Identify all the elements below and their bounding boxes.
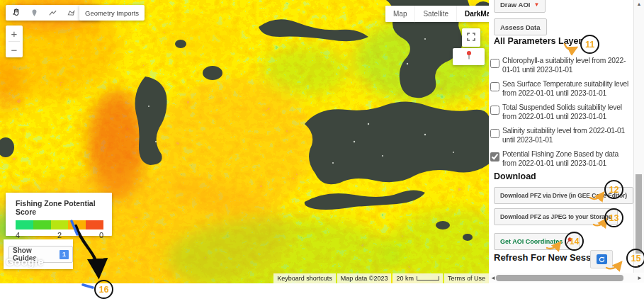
zoom-in-button[interactable]: +: [6, 26, 23, 41]
map-type-control: Map Satellite DarkMap: [385, 6, 489, 22]
all-parameters-heading: All Parameters Layer: [494, 36, 582, 46]
vertical-scroll-thumb[interactable]: [635, 174, 642, 254]
layer-checkbox[interactable]: [490, 59, 499, 68]
legend-tick: 0: [99, 231, 103, 239]
download-pfz-jpeg-button[interactable]: Download PFZ as JPEG to your Storage: [494, 208, 618, 225]
layer-checkbox[interactable]: [490, 129, 499, 138]
vertical-scrollbar[interactable]: ▲ ▼: [633, 0, 644, 273]
refresh-session-button[interactable]: [590, 250, 613, 268]
layer-label: Sea Surface Temperature suitability leve…: [502, 80, 631, 98]
refresh-session-heading: Refresh For New Session: [494, 252, 605, 263]
annotation-circle-11: 11: [580, 35, 599, 54]
legend-segment: [51, 220, 69, 230]
layer-list: Chlorophyll-a suitability level from 202…: [490, 57, 632, 174]
draw-aoi-label: Draw AOI: [500, 1, 530, 8]
horizontal-scroll-thumb[interactable]: [496, 275, 623, 281]
legend-color-ramp: [16, 220, 103, 230]
attribution-bar: Keyboard shortcuts Map data ©2023 20 km …: [272, 273, 489, 283]
layer-label: Chlorophyll-a suitability level from 202…: [502, 57, 631, 74]
annotation-circle-13: 13: [604, 208, 623, 227]
layer-row-chlorophyll: Chlorophyll-a suitability level from 202…: [490, 57, 632, 74]
assess-data-button[interactable]: Assess Data: [494, 18, 547, 35]
map-data-label: Map data ©2023: [337, 273, 392, 283]
map-canvas[interactable]: Geometry Imports + − Map Satellite DarkM…: [0, 0, 489, 283]
gee-fishing-zone-app: Geometry Imports + − Map Satellite DarkM…: [0, 0, 644, 306]
heatmap-raster: [0, 0, 489, 283]
legend-title: Fishing Zone Potential Score: [16, 199, 112, 216]
annotation-circle-12: 12: [604, 180, 623, 199]
zoom-control: + −: [6, 26, 23, 57]
refresh-icon: [597, 254, 607, 264]
layer-checkbox[interactable]: [490, 82, 499, 91]
pan-hand-icon[interactable]: [11, 8, 21, 18]
blue-pen-mark: [83, 285, 93, 288]
google-logo[interactable]: Google: [6, 256, 44, 268]
scroll-right-arrow-icon[interactable]: ►: [637, 275, 643, 281]
scale-bar: [417, 276, 439, 280]
draw-aoi-button[interactable]: Draw AOI ▼: [494, 0, 546, 13]
layer-label: Potential Fishing Zone Based by data fro…: [502, 150, 631, 168]
layer-checkbox[interactable]: [490, 152, 499, 162]
legend-tick: 2: [57, 231, 62, 239]
layer-label: Salinity suitability level from 2022-01-…: [502, 127, 631, 144]
guides-count-badge: 1: [60, 250, 69, 259]
legend-ticks: 4 2 0: [16, 231, 103, 239]
polyline-tool-icon[interactable]: [47, 8, 58, 18]
scroll-up-arrow-icon[interactable]: ▲: [634, 1, 644, 6]
annotation-circle-14: 14: [565, 232, 584, 251]
scroll-left-arrow-icon[interactable]: ◄: [490, 275, 496, 281]
annotation-circle-15: 15: [626, 249, 644, 268]
layer-row-salinity: Salinity suitability level from 2022-01-…: [490, 127, 632, 144]
red-pin-icon: [465, 50, 473, 63]
legend-tick: 4: [16, 231, 20, 239]
download-heading: Download: [494, 171, 536, 181]
map-type-map[interactable]: Map: [385, 6, 414, 22]
fullscreen-icon: [467, 31, 475, 44]
fullscreen-button[interactable]: [462, 28, 480, 47]
scale-label: 20 km: [396, 275, 414, 282]
keyboard-shortcuts-link[interactable]: Keyboard shortcuts: [273, 273, 336, 283]
legend-segment: [33, 220, 51, 230]
layer-row-tss: Total Suspended Solids suitability level…: [490, 103, 632, 121]
legend-segment: [86, 220, 103, 230]
map-type-darkmap[interactable]: DarkMap: [456, 6, 489, 22]
map-type-satellite[interactable]: Satellite: [414, 6, 456, 22]
legend-segment: [16, 220, 33, 230]
polygon-tool-icon[interactable]: [66, 8, 77, 18]
geometry-imports-button[interactable]: Geometry Imports: [79, 5, 145, 21]
dropdown-caret-icon: ▼: [533, 1, 539, 8]
marker-tool-icon[interactable]: [29, 8, 40, 18]
drop-pin-button[interactable]: [453, 48, 485, 65]
layer-checkbox[interactable]: [490, 106, 499, 115]
legend-panel: Fishing Zone Potential Score 4 2 0: [6, 193, 112, 236]
layer-label: Total Suspended Solids suitability level…: [502, 103, 631, 121]
get-aoi-label: Get AOI Coordinates: [500, 238, 563, 245]
scale-control: 20 km: [392, 273, 443, 283]
layer-row-pfz: Potential Fishing Zone Based by data fro…: [490, 150, 632, 168]
horizontal-scrollbar[interactable]: ◄ ►: [489, 273, 644, 283]
layer-row-sst: Sea Surface Temperature suitability leve…: [490, 80, 632, 98]
zoom-out-button[interactable]: −: [6, 42, 23, 57]
terms-of-use-link[interactable]: Terms of Use: [444, 273, 489, 283]
annotation-circle-16: 16: [94, 280, 113, 299]
legend-segment: [68, 220, 86, 230]
